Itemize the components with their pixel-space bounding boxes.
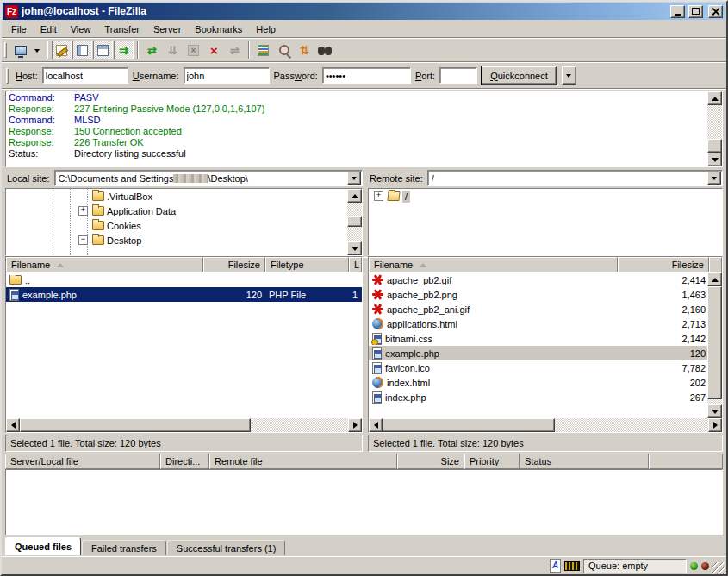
local-site-combo[interactable]: C:\Documents and Settings\Desktop\ — [54, 170, 363, 186]
remote-site-combo[interactable]: / — [427, 170, 723, 186]
file-row[interactable]: index.html202 — [369, 375, 707, 390]
local-site-dropdown-button[interactable] — [347, 172, 361, 185]
remote-site-dropdown-button[interactable] — [707, 172, 721, 185]
column-header-filesize[interactable]: Filesize — [618, 257, 709, 272]
file-cell-name: apache_pb2.png — [369, 289, 618, 300]
menu-transfer[interactable]: Transfer — [97, 22, 146, 36]
sync-browsing-button[interactable]: ⇅ — [295, 41, 314, 59]
site-manager-button[interactable] — [10, 41, 30, 59]
column-header-filename[interactable]: Filename — [369, 257, 618, 272]
site-manager-dropdown-button[interactable] — [31, 41, 43, 59]
column-header-filename[interactable]: Filename — [6, 257, 203, 272]
scroll-right-button[interactable] — [348, 418, 362, 432]
cancel-button[interactable]: × — [184, 41, 203, 59]
file-row[interactable]: apache_pb2_ani.gif2,160 — [369, 302, 707, 316]
local-tree-scrollbar[interactable] — [347, 189, 362, 255]
toggle-queue-button[interactable]: ⇉ — [114, 41, 134, 59]
scroll-down-button[interactable] — [707, 153, 722, 166]
username-input[interactable] — [184, 67, 270, 84]
column-header-l[interactable]: L — [349, 257, 362, 272]
scroll-down-button[interactable] — [707, 404, 722, 418]
toggle-message-log-button[interactable] — [52, 41, 72, 59]
filter-button[interactable] — [253, 41, 273, 59]
maximize-button[interactable] — [688, 5, 703, 18]
menu-view[interactable]: View — [64, 22, 98, 36]
scrollbar-thumb[interactable] — [707, 286, 722, 399]
queue-column-directi[interactable]: Directi... — [160, 454, 209, 469]
scroll-up-button[interactable] — [707, 272, 722, 286]
column-header-filetype[interactable]: Filetype — [265, 257, 349, 272]
tab-successful-transfers----[interactable]: Successful transfers (1) — [167, 540, 286, 555]
scroll-left-button[interactable] — [6, 418, 20, 432]
file-row[interactable]: index.php267 — [369, 390, 707, 404]
menu-server[interactable]: Server — [146, 22, 188, 36]
menu-edit[interactable]: Edit — [34, 22, 64, 36]
file-row[interactable]: favicon.ico7,782 — [369, 360, 707, 375]
file-row[interactable]: applications.html2,713 — [369, 316, 707, 331]
column-header-filesize[interactable]: Filesize — [203, 257, 265, 272]
scroll-up-button[interactable] — [347, 189, 362, 203]
title-bar[interactable]: Fz john@localhost - FileZilla — [3, 3, 725, 20]
tree-expander[interactable]: − — [78, 235, 88, 245]
transfer-queue-body[interactable] — [5, 469, 723, 535]
queue-column-remotefile[interactable]: Remote file — [209, 454, 397, 469]
message-log-scrollbar[interactable] — [707, 91, 722, 166]
queue-column-serverlocalfile[interactable]: Server/Local file — [5, 454, 160, 469]
minimize-button[interactable] — [670, 5, 685, 18]
tree-expander[interactable]: + — [374, 191, 383, 201]
scroll-right-button[interactable] — [708, 418, 722, 432]
port-input[interactable] — [439, 67, 477, 84]
tab-queued-files[interactable]: Queued files — [5, 537, 81, 555]
quickconnect-dropdown-button[interactable] — [562, 66, 576, 85]
file-row[interactable]: bitnami.css2,142 — [369, 331, 707, 346]
scrollbar-thumb[interactable] — [707, 139, 722, 153]
file-name: example.php — [22, 290, 77, 300]
file-row[interactable]: .. — [6, 272, 362, 287]
tree-item[interactable]: +/ — [369, 189, 722, 203]
menu-file[interactable]: File — [4, 22, 34, 36]
quickconnect-grip[interactable] — [6, 68, 9, 84]
folder-icon — [387, 191, 400, 201]
toggle-remote-tree-button[interactable] — [93, 41, 113, 59]
refresh-button[interactable]: ⇄ — [142, 41, 162, 59]
reconnect-button[interactable]: ⇌ — [225, 41, 245, 59]
file-row[interactable]: example.php120 — [369, 346, 707, 360]
find-files-button[interactable] — [315, 41, 335, 59]
close-button[interactable] — [708, 5, 723, 18]
scrollbar-thumb[interactable] — [383, 418, 555, 432]
queue-column-priority[interactable]: Priority — [464, 454, 520, 469]
tree-expander[interactable]: + — [78, 206, 88, 216]
password-input[interactable] — [322, 67, 411, 84]
tree-item[interactable]: +Application Data — [6, 203, 362, 218]
remote-hscrollbar[interactable] — [369, 418, 722, 432]
tab-failed-transfers[interactable]: Failed transfers — [82, 540, 166, 555]
file-row[interactable]: apache_pb2.gif2,414 — [369, 272, 707, 287]
tree-item[interactable]: Cookies — [6, 218, 362, 233]
local-hscrollbar[interactable] — [6, 418, 362, 432]
process-queue-button[interactable]: ⇊ — [163, 41, 183, 59]
scroll-left-button[interactable] — [369, 418, 383, 432]
menu-bookmarks[interactable]: Bookmarks — [188, 22, 249, 36]
toggle-local-tree-icon — [77, 45, 88, 56]
tree-item[interactable]: −Desktop — [6, 233, 362, 247]
queue-column-status[interactable]: Status — [520, 454, 649, 469]
scrollbar-thumb[interactable] — [20, 418, 251, 432]
compare-button[interactable] — [274, 41, 294, 59]
host-input[interactable] — [42, 67, 128, 84]
menu-help[interactable]: Help — [249, 22, 283, 36]
toolbar-grip[interactable] — [4, 42, 7, 58]
scroll-down-button[interactable] — [347, 241, 362, 255]
resize-grip[interactable] — [712, 562, 725, 574]
remote-vscrollbar[interactable] — [707, 272, 722, 418]
arrow-right-icon — [353, 422, 361, 429]
quickconnect-button[interactable]: Quickconnect — [482, 66, 557, 85]
scrollbar-thumb[interactable] — [347, 216, 362, 227]
file-row[interactable]: apache_pb2.png1,463 — [369, 287, 707, 302]
toggle-local-tree-button[interactable] — [72, 41, 92, 59]
disconnect-button[interactable]: × — [204, 41, 224, 59]
scroll-up-button[interactable] — [707, 91, 722, 105]
file-row[interactable]: example.php120PHP File1 — [6, 287, 362, 302]
queue-column-size[interactable]: Size — [397, 454, 464, 469]
remote-path: / — [432, 173, 707, 184]
tree-item[interactable]: .VirtualBox — [6, 189, 362, 203]
